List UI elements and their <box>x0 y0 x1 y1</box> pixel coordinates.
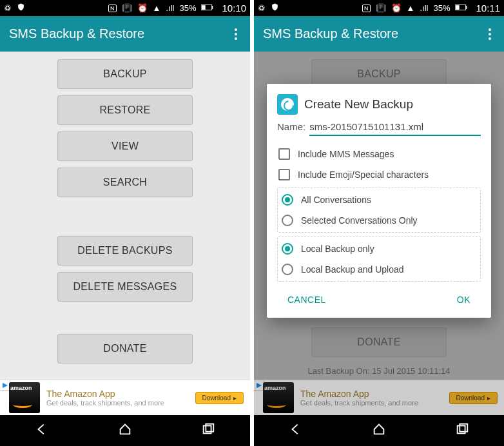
bike-icon: ♽ <box>258 3 266 13</box>
ad-thumbnail <box>263 382 294 413</box>
nav-bar <box>0 415 250 446</box>
backup-destination-group: Local Backup only Local Backup and Uploa… <box>277 237 481 282</box>
ad-banner[interactable]: The Amazon App Get deals, track shipment… <box>254 380 504 415</box>
option-label: All Conversations <box>301 195 371 205</box>
app-title: SMS Backup & Restore <box>263 26 398 41</box>
conversation-scope-group: All Conversations Selected Conversations… <box>277 188 481 233</box>
main-content: BACKUP RESTORE VIEW SEARCH DELETE BACKUP… <box>0 52 250 370</box>
svg-marker-3 <box>3 383 8 388</box>
nav-bar <box>254 415 504 446</box>
local-and-upload-radio[interactable]: Local Backup and Upload <box>280 259 478 280</box>
svg-rect-8 <box>456 5 460 10</box>
recent-button[interactable] <box>455 422 469 439</box>
all-conversations-radio[interactable]: All Conversations <box>280 189 478 210</box>
alarm-icon: ⏰ <box>391 3 402 13</box>
ad-download-button[interactable]: Download▸ <box>449 392 498 404</box>
ad-subtitle: Get deals, track shipments, and more <box>300 399 449 407</box>
wifi-icon: ▲ <box>407 3 415 13</box>
battery-text: 35% <box>433 3 450 13</box>
selected-conversations-radio[interactable]: Selected Conversations Only <box>280 210 478 231</box>
clock-text: 10:10 <box>222 3 246 14</box>
ad-banner[interactable]: The Amazon App Get deals, track shipment… <box>0 380 250 415</box>
svg-rect-11 <box>460 424 468 432</box>
radio-icon <box>282 194 293 206</box>
ok-button[interactable]: OK <box>452 291 476 309</box>
back-button[interactable] <box>35 422 49 439</box>
delete-backups-button[interactable]: DELETE BACKUPS <box>57 236 193 266</box>
checkbox-icon <box>278 169 290 180</box>
app-icon <box>277 94 298 115</box>
overflow-menu-button[interactable] <box>231 24 241 44</box>
ad-subtitle: Get deals, track shipments, and more <box>46 399 195 407</box>
ad-text: The Amazon App Get deals, track shipment… <box>294 389 449 407</box>
svg-rect-4 <box>204 426 211 434</box>
svg-rect-2 <box>202 5 206 10</box>
vibrate-icon: 📳 <box>376 3 386 13</box>
svg-rect-1 <box>212 6 213 9</box>
radio-icon <box>282 264 293 275</box>
signal-icon: .ıll <box>420 3 428 13</box>
battery-icon <box>455 3 468 13</box>
vibrate-icon: 📳 <box>122 3 132 13</box>
svg-marker-9 <box>257 383 262 388</box>
option-label: Local Backup and Upload <box>301 264 404 275</box>
option-label: Selected Conversations Only <box>301 215 418 226</box>
create-backup-dialog: Create New Backup Name: sms-201507151011… <box>267 84 491 318</box>
home-button[interactable] <box>372 422 386 439</box>
wifi-icon: ▲ <box>153 3 161 13</box>
restore-button[interactable]: RESTORE <box>57 95 193 125</box>
option-label: Include Emoji/Special characters <box>298 170 429 180</box>
home-button[interactable] <box>118 422 132 439</box>
status-bar: ♽ N 📳 ⏰ ▲ .ıll 35% 10:10 <box>0 0 250 16</box>
svg-rect-10 <box>458 426 465 434</box>
dialog-title: Create New Backup <box>304 97 413 112</box>
svg-rect-7 <box>466 6 467 9</box>
app-bar: SMS Backup & Restore <box>254 16 504 52</box>
local-only-radio[interactable]: Local Backup only <box>280 238 478 259</box>
cancel-button[interactable]: CANCEL <box>282 291 331 309</box>
donate-button[interactable]: DONATE <box>57 334 193 364</box>
search-button[interactable]: SEARCH <box>57 168 193 197</box>
name-label: Name: <box>277 121 305 132</box>
clock-text: 10:11 <box>476 3 500 14</box>
overflow-menu-button[interactable] <box>485 24 495 44</box>
ad-thumbnail <box>9 382 40 413</box>
view-button[interactable]: VIEW <box>57 131 193 161</box>
ad-text: The Amazon App Get deals, track shipment… <box>40 389 195 407</box>
ad-title: The Amazon App <box>300 389 449 399</box>
include-mms-checkbox[interactable]: Include MMS Messages <box>277 144 481 164</box>
option-label: Include MMS Messages <box>298 149 394 159</box>
checkbox-icon <box>278 148 290 160</box>
radio-icon <box>282 243 293 255</box>
input-underline <box>309 135 481 136</box>
delete-messages-button[interactable]: DELETE MESSAGES <box>57 272 193 302</box>
backup-button[interactable]: BACKUP <box>57 59 193 89</box>
ad-title: The Amazon App <box>46 389 195 399</box>
recent-button[interactable] <box>201 422 215 439</box>
battery-text: 35% <box>179 3 196 13</box>
include-emoji-checkbox[interactable]: Include Emoji/Special characters <box>277 164 481 185</box>
bike-icon: ♽ <box>4 3 12 13</box>
shield-icon <box>17 3 25 14</box>
phone-left: ♽ N 📳 ⏰ ▲ .ıll 35% 10:10 SMS Backup & Re… <box>0 0 250 446</box>
status-bar: ♽ N 📳 ⏰ ▲ .ıll 35% 10:11 <box>254 0 504 16</box>
alarm-icon: ⏰ <box>137 3 148 13</box>
app-title: SMS Backup & Restore <box>9 26 144 41</box>
signal-icon: .ıll <box>166 3 174 13</box>
battery-icon <box>201 3 214 13</box>
option-label: Local Backup only <box>301 244 374 254</box>
ad-download-button[interactable]: Download▸ <box>195 392 244 404</box>
svg-rect-5 <box>206 424 214 432</box>
radio-icon <box>282 215 293 226</box>
nfc-icon: N <box>362 5 371 12</box>
back-button[interactable] <box>289 422 303 439</box>
name-input[interactable]: sms-20150715101131.xml <box>309 121 423 132</box>
nfc-icon: N <box>108 5 117 12</box>
shield-icon <box>271 3 279 14</box>
app-bar: SMS Backup & Restore <box>0 16 250 52</box>
phone-right: ♽ N 📳 ⏰ ▲ .ıll 35% 10:11 SMS Backup & Re… <box>254 0 504 446</box>
